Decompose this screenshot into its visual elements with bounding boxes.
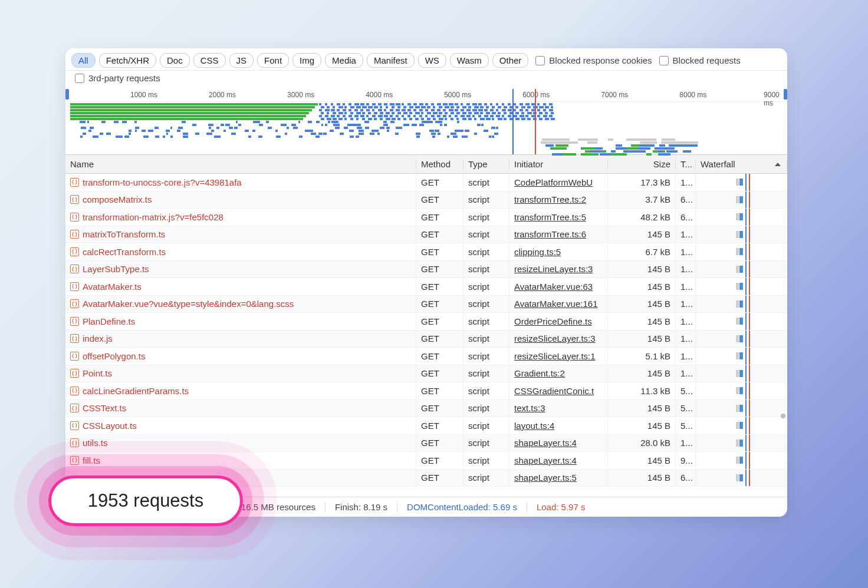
third-party-checkbox[interactable]: 3rd-party requests: [75, 73, 781, 83]
blocked-requests-checkbox[interactable]: Blocked requests: [659, 55, 741, 65]
blocked-cookies-checkbox[interactable]: Blocked response cookies: [535, 55, 652, 65]
col-waterfall[interactable]: Waterfall: [696, 159, 787, 169]
file-name: AvatarMaker.ts: [83, 282, 142, 292]
initiator-link[interactable]: shapeLayer.ts:4: [514, 455, 577, 465]
initiator-link[interactable]: CodePlatformWebU: [514, 177, 593, 187]
cell-size: 145 B: [608, 452, 676, 469]
cell-size: 145 B: [608, 313, 676, 330]
script-file-icon: ⟨⟩: [70, 334, 79, 343]
initiator-link[interactable]: resizeLineLayer.ts:3: [514, 264, 593, 274]
initiator-link[interactable]: CSSGradientConic.t: [514, 386, 594, 396]
request-row[interactable]: ⟨⟩utils.tsGETscriptshapeLayer.ts:428.0 k…: [65, 435, 787, 452]
request-row[interactable]: ⟨⟩matrixToTransform.tsGETscripttransform…: [65, 226, 787, 244]
request-row[interactable]: ⟨⟩calcRectTransform.tsGETscriptclipping.…: [65, 243, 787, 261]
cell-time: 6...: [676, 191, 696, 209]
cell-waterfall: [696, 278, 787, 295]
request-row[interactable]: ⟨⟩index.jsGETscriptresizeSliceLayer.ts:3…: [65, 331, 787, 348]
cell-type: script: [463, 331, 509, 348]
filter-chip-wasm[interactable]: Wasm: [450, 53, 489, 68]
request-row[interactable]: ⟨⟩composeMatrix.tsGETscripttransformTree…: [65, 191, 787, 209]
cell-waterfall: [696, 191, 787, 209]
file-name: transformation-matrix.js?v=fe5fc028: [83, 212, 223, 222]
initiator-link[interactable]: AvatarMaker.vue:161: [514, 299, 597, 309]
filter-chip-font[interactable]: Font: [257, 53, 289, 68]
col-time[interactable]: T...: [676, 159, 696, 169]
request-row[interactable]: ⟨⟩transformation-matrix.js?v=fe5fc028GET…: [65, 209, 787, 226]
cell-type: script: [463, 452, 509, 469]
cell-waterfall: [696, 296, 787, 313]
initiator-link[interactable]: shapeLayer.ts:4: [514, 438, 577, 448]
time-tick: 8000 ms: [679, 91, 706, 99]
col-method[interactable]: Method: [416, 159, 463, 169]
cell-time: 1...: [676, 261, 696, 278]
filter-bar: AllFetch/XHRDocCSSJSFontImgMediaManifest…: [65, 48, 787, 71]
col-size[interactable]: Size: [608, 159, 676, 169]
cell-method: GET: [416, 278, 463, 295]
col-initiator[interactable]: Initiator: [509, 159, 608, 169]
cell-waterfall: [696, 470, 787, 487]
cell-type: script: [463, 243, 509, 260]
time-tick: 3000 ms: [287, 91, 314, 99]
script-file-icon: ⟨⟩: [70, 247, 79, 256]
request-row[interactable]: ⟨⟩Point.tsGETscriptGradient.ts:2145 B1..…: [65, 365, 787, 383]
request-row[interactable]: ⟨⟩CSSLayout.tsGETscriptlayout.ts:4145 B5…: [65, 417, 787, 435]
col-name[interactable]: Name: [65, 159, 416, 169]
request-row[interactable]: ⟨⟩AvatarMaker.tsGETscriptAvatarMaker.vue…: [65, 278, 787, 296]
filter-chip-doc[interactable]: Doc: [160, 53, 190, 68]
cell-size: 48.2 kB: [608, 209, 676, 226]
initiator-link[interactable]: Gradient.ts:2: [514, 368, 565, 378]
cell-time: 1...: [676, 435, 696, 452]
request-row[interactable]: ⟨⟩AvatarMaker.vue?vue&type=style&index=0…: [65, 296, 787, 313]
filter-chip-ws[interactable]: WS: [418, 53, 446, 68]
script-file-icon: ⟨⟩: [70, 438, 79, 447]
request-row[interactable]: ⟨⟩fill.tsGETscriptshapeLayer.ts:4145 B9.…: [65, 452, 787, 470]
initiator-link[interactable]: transformTree.ts:5: [514, 212, 586, 222]
initiator-link[interactable]: clipping.ts:5: [514, 247, 561, 257]
cell-size: 17.3 kB: [608, 174, 676, 191]
script-file-icon: ⟨⟩: [70, 352, 79, 361]
cell-size: 6.7 kB: [608, 243, 676, 260]
initiator-link[interactable]: transformTree.ts:2: [514, 194, 586, 204]
request-row[interactable]: ⟨⟩offsetPolygon.tsGETscriptresizeSliceLa…: [65, 348, 787, 365]
filter-chip-img[interactable]: Img: [292, 53, 321, 68]
cell-waterfall: [696, 452, 787, 469]
time-tick: 4000 ms: [366, 91, 393, 99]
cell-method: GET: [416, 417, 463, 434]
initiator-link[interactable]: AvatarMaker.vue:63: [514, 282, 593, 292]
cell-method: GET: [416, 313, 463, 330]
initiator-link[interactable]: shapeLayer.ts:5: [514, 473, 577, 483]
filter-chip-other[interactable]: Other: [492, 53, 529, 68]
filter-chip-all[interactable]: All: [71, 53, 96, 68]
col-type[interactable]: Type: [463, 159, 509, 169]
request-row[interactable]: ⟨⟩CSSText.tsGETscripttext.ts:3145 B5...: [65, 400, 787, 418]
blocked-requests-label: Blocked requests: [673, 55, 741, 65]
cell-size: 11.3 kB: [608, 382, 676, 399]
initiator-link[interactable]: text.ts:3: [514, 403, 545, 413]
script-file-icon: ⟨⟩: [70, 421, 79, 430]
filter-chip-manifest[interactable]: Manifest: [367, 53, 415, 68]
initiator-link[interactable]: resizeSliceLayer.ts:1: [514, 351, 596, 361]
dcl-marker: [512, 89, 514, 154]
initiator-link[interactable]: resizeSliceLayer.ts:3: [514, 333, 596, 343]
filter-chip-js[interactable]: JS: [229, 53, 254, 68]
timeline-overview[interactable]: 1000 ms2000 ms3000 ms4000 ms5000 ms6000 …: [65, 89, 787, 155]
initiator-link[interactable]: transformTree.ts:6: [514, 229, 586, 239]
scrollbar-thumb[interactable]: [781, 414, 785, 418]
filter-chip-css[interactable]: CSS: [193, 53, 226, 68]
filter-chip-media[interactable]: Media: [325, 53, 363, 68]
request-row[interactable]: ⟨⟩transform-to-unocss-core.js?v=43981afa…: [65, 174, 787, 191]
cell-waterfall: [696, 261, 787, 278]
cell-waterfall: [696, 313, 787, 330]
request-row[interactable]: ⟨⟩PlanDefine.tsGETscriptOrderPriceDefine…: [65, 313, 787, 331]
initiator-link[interactable]: OrderPriceDefine.ts: [514, 316, 592, 326]
cell-type: script: [463, 174, 509, 191]
request-row[interactable]: ⟨⟩calcLineGradientParams.tsGETscriptCSSG…: [65, 382, 787, 400]
cell-size: 145 B: [608, 470, 676, 487]
filter-chip-fetchxhr[interactable]: Fetch/XHR: [99, 53, 156, 68]
cell-time: 6...: [676, 209, 696, 226]
cell-time: 1...: [676, 296, 696, 313]
cell-waterfall: [696, 417, 787, 434]
request-row[interactable]: ⟨⟩LayerSubType.tsGETscriptresizeLineLaye…: [65, 261, 787, 279]
initiator-link[interactable]: layout.ts:4: [514, 421, 554, 431]
file-name: PlanDefine.ts: [83, 316, 135, 326]
